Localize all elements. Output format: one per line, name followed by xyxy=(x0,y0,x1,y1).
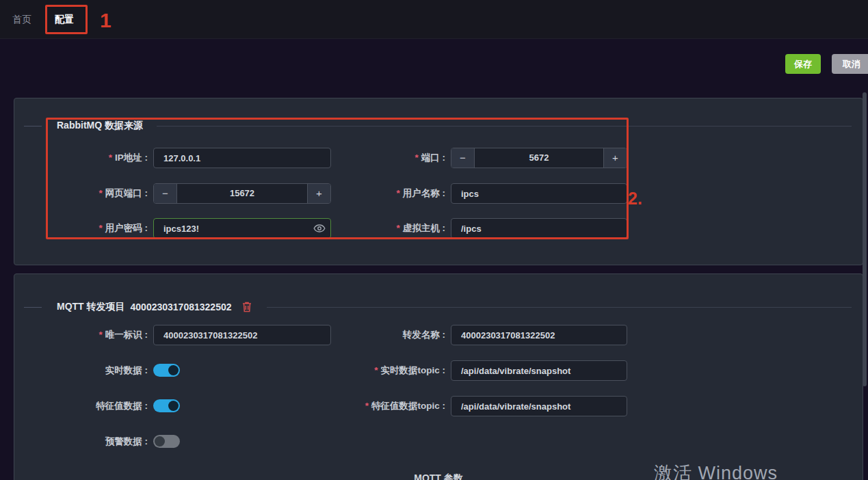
trash-icon xyxy=(242,302,252,312)
rabbitmq-legend-row: RabbitMQ 数据来源 xyxy=(14,119,863,133)
username-field-item: *用户名称 : xyxy=(28,183,644,204)
port-stepper: − 5672 + xyxy=(451,148,627,168)
mqtt-legend-row: MQTT 转发项目 4000230317081322502 xyxy=(14,300,863,314)
alarm-toggle[interactable] xyxy=(153,435,180,448)
port-field-item: *端口 : − 5672 + xyxy=(28,148,644,168)
legend-rule xyxy=(157,126,852,126)
username-label: *用户名称 : xyxy=(302,183,445,204)
required-asterisk: * xyxy=(374,365,378,375)
required-asterisk: * xyxy=(396,223,399,233)
legend-rule xyxy=(267,307,852,308)
legend-dash xyxy=(24,307,42,308)
mqtt-legend-prefix: MQTT 转发项目 xyxy=(57,301,125,313)
mqtt-forward-card: MQTT 转发项目 4000230317081322502 *唯一标识 : 转发… xyxy=(14,274,863,480)
forward-name-input[interactable] xyxy=(451,325,627,345)
vhost-field-item: *虚拟主机 : xyxy=(28,218,644,239)
realtime-topic-field-item: *实时数据topic : xyxy=(28,360,644,381)
vhost-input[interactable] xyxy=(451,218,627,239)
rabbitmq-card: RabbitMQ 数据来源 *IP地址 : *端口 : − 5672 + *网页… xyxy=(14,98,863,265)
tab-home[interactable]: 首页 xyxy=(10,0,34,39)
alarm-label: 预警数据 : xyxy=(28,431,148,452)
feature-topic-field-item: *特征值数据topic : xyxy=(28,396,644,416)
delete-project-button[interactable] xyxy=(241,301,253,313)
required-asterisk: * xyxy=(396,188,399,198)
port-decrease-button[interactable]: − xyxy=(451,148,475,168)
vertical-scrollbar[interactable] xyxy=(863,92,867,386)
toggle-knob xyxy=(155,436,165,446)
forward-name-field-item: 转发名称 : xyxy=(28,325,644,345)
alarm-field-item: 预警数据 : xyxy=(28,431,350,452)
mqtt-project-id: 4000230317081322502 xyxy=(131,302,232,312)
required-asterisk: * xyxy=(415,152,418,163)
port-increase-button[interactable]: + xyxy=(603,148,627,168)
port-value[interactable]: 5672 xyxy=(475,148,603,168)
tab-config[interactable]: 配置 xyxy=(52,0,77,39)
realtime-topic-input[interactable] xyxy=(451,360,627,381)
feature-topic-label: *特征值数据topic : xyxy=(302,396,445,416)
top-nav-bar: 首页 配置 xyxy=(0,0,868,39)
cancel-button[interactable]: 取消 xyxy=(832,54,868,74)
rabbitmq-legend: RabbitMQ 数据来源 xyxy=(57,120,143,132)
realtime-topic-label: *实时数据topic : xyxy=(302,360,445,381)
vhost-label: *虚拟主机 : xyxy=(302,218,445,239)
forward-name-label: 转发名称 : xyxy=(302,325,445,345)
username-input[interactable] xyxy=(451,183,627,204)
windows-activation-watermark: 激活 Windows xyxy=(654,461,778,480)
save-button[interactable]: 保存 xyxy=(785,54,821,74)
legend-dash xyxy=(24,126,42,126)
feature-topic-input[interactable] xyxy=(451,396,627,416)
port-label: *端口 : xyxy=(302,148,445,168)
required-asterisk: * xyxy=(365,401,369,411)
